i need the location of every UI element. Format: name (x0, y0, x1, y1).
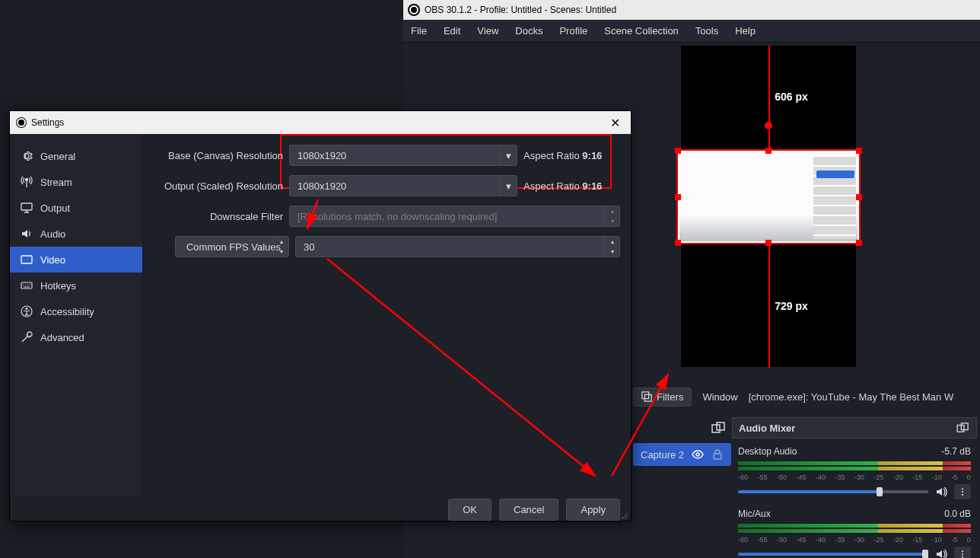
track-db: -5.7 dB (941, 446, 971, 457)
sidebar-item-accessibility[interactable]: Accessibility (10, 298, 142, 324)
menubar: File Edit View Docks Profile Scene Colle… (403, 20, 980, 43)
spinner-icon: ▴▾ (604, 237, 619, 257)
filters-button[interactable]: Filters (633, 387, 692, 407)
ok-button[interactable]: OK (448, 499, 492, 521)
meter-ticks: -60-55-50-45-40-35-30-25-20-15-10-50 (738, 474, 971, 481)
menu-profile[interactable]: Profile (559, 25, 587, 37)
settings-content: Base (Canvas) Resolution 1080x1920▾ Aspe… (143, 134, 631, 496)
svg-rect-6 (957, 426, 964, 432)
cancel-button[interactable]: Cancel (499, 499, 558, 521)
handle-icon[interactable] (675, 194, 681, 200)
speaker-icon[interactable] (934, 485, 948, 499)
display-icon (21, 253, 33, 266)
source-name: Capture 2 (641, 449, 684, 461)
source-toolbar: Filters Window [chrome.exe]: YouTube - M… (633, 385, 953, 408)
filters-icon (641, 391, 652, 402)
svg-point-8 (962, 488, 963, 489)
menu-file[interactable]: File (411, 25, 427, 37)
resize-grip-icon[interactable] (620, 512, 629, 521)
svg-rect-3 (717, 422, 724, 430)
sidebar-item-audio[interactable]: Audio (10, 221, 142, 247)
svg-rect-2 (712, 425, 720, 432)
output-resolution-label: Output (Scaled) Resolution (154, 180, 283, 192)
window-label: Window (702, 391, 737, 403)
audio-meter (738, 460, 971, 472)
downscale-filter-label: Downscale Filter (154, 211, 283, 222)
handle-icon[interactable] (675, 240, 681, 246)
handle-icon[interactable] (856, 194, 862, 200)
audio-track: Mic/Aux0.0 dB -60-55-50-45-40-35-30-25-2… (738, 509, 971, 558)
fps-type-select[interactable]: Common FPS Values▴▾ (175, 236, 289, 257)
aspect-ratio-label: Aspect Ratio 9:16 (523, 180, 607, 192)
sidebar-item-advanced[interactable]: Advanced (10, 324, 142, 350)
svg-rect-17 (21, 282, 32, 289)
spinner-icon: ▴▾ (273, 237, 288, 257)
close-icon[interactable]: ✕ (606, 116, 625, 130)
keyboard-icon (21, 279, 33, 292)
chevron-down-icon: ▾ (500, 145, 517, 165)
resize-handle-icon (765, 122, 772, 129)
audio-track: Desktop Audio-5.7 dB -60-55-50-45-40-35-… (738, 446, 971, 499)
svg-point-9 (962, 491, 963, 493)
slider-thumb-icon[interactable] (877, 487, 883, 496)
bot-gap-label: 729 px (775, 300, 808, 312)
handle-icon[interactable] (675, 148, 681, 154)
menu-tools[interactable]: Tools (695, 25, 718, 37)
menu-scene-collection[interactable]: Scene Collection (604, 25, 679, 37)
obs-title: OBS 30.1.2 - Profile: Untitled - Scenes:… (425, 5, 616, 15)
dots-vertical-icon[interactable] (954, 547, 971, 558)
sidebar-item-stream[interactable]: Stream (10, 169, 142, 195)
menu-view[interactable]: View (477, 25, 498, 37)
tools-icon (21, 331, 33, 343)
dock-popout-icon[interactable] (711, 422, 727, 434)
preview-sidebar (813, 157, 856, 239)
speaker-icon (21, 228, 33, 240)
sidebar-item-general[interactable]: General (10, 143, 142, 169)
fps-value-select[interactable]: 30▴▾ (295, 236, 620, 257)
menu-help[interactable]: Help (735, 25, 756, 37)
slider-thumb-icon[interactable] (922, 550, 928, 558)
svg-point-12 (962, 553, 963, 555)
sidebar-item-video[interactable]: Video (10, 247, 142, 273)
eye-icon[interactable] (692, 448, 704, 461)
volume-slider[interactable] (738, 490, 928, 493)
sidebar-item-output[interactable]: Output (10, 195, 142, 221)
speaker-icon[interactable] (934, 547, 948, 558)
base-resolution-label: Base (Canvas) Resolution (154, 150, 283, 161)
dialog-titlebar: Settings ✕ (10, 111, 631, 134)
sidebar-item-hotkeys[interactable]: Hotkeys (10, 273, 142, 298)
svg-rect-1 (644, 394, 651, 401)
handle-icon[interactable] (856, 240, 862, 246)
monitor-icon (21, 202, 33, 214)
output-resolution-select[interactable]: 1080x1920▾ (289, 175, 517, 196)
window-source[interactable]: [chrome.exe]: YouTube - May The Best Man… (749, 391, 954, 403)
menu-edit[interactable]: Edit (444, 25, 460, 37)
dialog-title: Settings (31, 117, 64, 128)
svg-point-19 (26, 308, 27, 310)
settings-sidebar: General Stream Output Audio Video Hotkey… (10, 134, 143, 496)
menu-docks[interactable]: Docks (515, 25, 542, 37)
lock-icon[interactable] (711, 448, 724, 461)
aspect-ratio-label: Aspect Ratio 9:16 (523, 150, 607, 161)
downscale-filter-select[interactable]: [Resolutions match, no downscaling requi… (289, 206, 620, 227)
obs-titlebar: OBS 30.1.2 - Profile: Untitled - Scenes:… (403, 0, 980, 20)
audio-mixer-panel: Audio Mixer Desktop Audio-5.7 dB -60-55-… (732, 417, 977, 558)
source-preview[interactable] (676, 149, 861, 244)
volume-slider[interactable] (738, 553, 928, 556)
audio-mixer-title: Audio Mixer (739, 422, 795, 434)
canvas-preview[interactable]: 606 px 729 px (681, 46, 856, 367)
preview-content (679, 152, 858, 241)
dock-popout-icon[interactable] (956, 422, 970, 433)
base-resolution-select[interactable]: 1080x1920▾ (289, 145, 517, 166)
dialog-footer: OK Cancel Apply (10, 496, 631, 522)
svg-rect-15 (21, 203, 32, 210)
apply-button[interactable]: Apply (566, 499, 620, 521)
obs-logo-icon (16, 117, 27, 128)
handle-icon[interactable] (856, 148, 862, 154)
svg-point-11 (962, 550, 963, 552)
source-item-selected[interactable]: Capture 2 (633, 443, 731, 466)
handle-icon[interactable] (765, 148, 772, 154)
top-gap-label: 606 px (775, 91, 808, 103)
audio-mixer-header: Audio Mixer (732, 417, 977, 438)
dots-vertical-icon[interactable] (954, 484, 971, 499)
